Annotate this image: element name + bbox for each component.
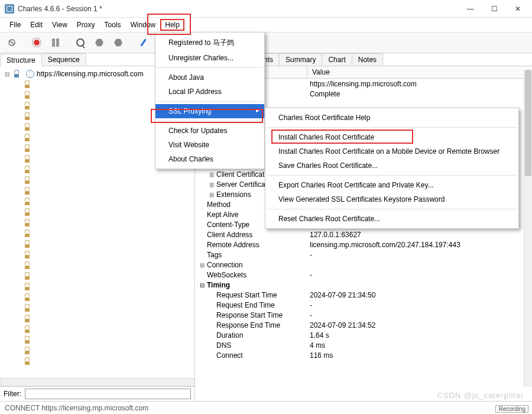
tree-request-node[interactable] (1, 175, 193, 186)
collapse-icon[interactable]: ⊟ (199, 282, 206, 289)
menu-view-keystore-pass[interactable]: View Generated SSL Certificates Keystore… (265, 192, 518, 206)
menu-install-root-cert-mobile[interactable]: Install Charles Root Certificate on a Mo… (265, 144, 518, 159)
menu-local-ip[interactable]: Local IP Address (155, 85, 264, 99)
tree-request-node[interactable] (1, 356, 193, 367)
lock-icon (24, 283, 32, 290)
search-icon (76, 38, 85, 47)
filter-input[interactable] (25, 389, 191, 399)
tree-request-node[interactable] (1, 335, 193, 345)
tree-request-node[interactable] (1, 260, 193, 271)
menu-save-root-cert[interactable]: Save Charles Root Certificate... (265, 159, 518, 173)
hex-icon (95, 38, 103, 47)
row-value: 2024-07-09 21:34:52 (307, 321, 532, 329)
menu-ssl-proxying[interactable]: SSL Proxying (155, 104, 264, 118)
record-button[interactable] (28, 34, 45, 51)
tree-request-node[interactable] (1, 313, 193, 324)
tab-notes[interactable]: Notes (352, 53, 383, 66)
row-label: Timing (207, 281, 230, 289)
col-value: Value (307, 66, 335, 78)
row-label: Connection (207, 261, 243, 269)
row-label: Duration (195, 331, 307, 339)
row-value: https://licensing.mp.microsoft.com (307, 80, 532, 88)
lock-icon (24, 241, 32, 248)
menu-edit[interactable]: Edit (25, 19, 47, 31)
tree-request-node[interactable] (1, 271, 193, 282)
row-label: DNS (195, 341, 307, 350)
menu-install-root-cert[interactable]: Install Charles Root Certificate (265, 130, 518, 144)
tree-request-node[interactable] (1, 196, 193, 207)
menu-registered-to[interactable]: Registered to 马子鸽 (155, 35, 264, 51)
menu-window[interactable]: Window (126, 19, 161, 31)
window-title: Charles 4.6.6 - Session 1 * (18, 5, 459, 13)
menu-separator (157, 101, 263, 102)
menu-about-charles[interactable]: About Charles (155, 152, 264, 166)
collapse-icon[interactable]: ⊟ (4, 71, 11, 77)
row-value: 4 ms (307, 341, 532, 350)
tree-request-node[interactable] (1, 324, 193, 335)
expand-icon[interactable]: ⊞ (208, 172, 215, 178)
scrollbar-thumb[interactable] (525, 70, 531, 176)
row-label: Tags (195, 251, 307, 259)
ssl-proxying-submenu: Charles Root Certificate Help Install Ch… (265, 108, 519, 229)
lock-icon (24, 145, 32, 152)
maximize-button[interactable]: ☐ (482, 0, 506, 18)
expand-icon[interactable]: ⊞ (208, 192, 215, 198)
menu-ssl-help[interactable]: Charles Root Certificate Help (265, 111, 518, 125)
tree-request-node[interactable] (1, 345, 193, 356)
menu-view[interactable]: View (47, 19, 72, 31)
menu-separator (157, 121, 263, 121)
compose-button[interactable] (135, 34, 151, 51)
row-value: - (307, 301, 532, 309)
menu-separator (157, 67, 263, 68)
menu-proxy[interactable]: Proxy (72, 19, 100, 31)
tree-request-node[interactable] (1, 207, 193, 218)
menu-check-updates[interactable]: Check for Updates (155, 124, 264, 138)
row-value: 116 ms (307, 351, 532, 360)
status-bar: CONNECT https://licensing.mp.microsoft.c… (0, 401, 532, 414)
hex-button[interactable] (91, 34, 108, 51)
expand-icon[interactable]: ⊞ (208, 182, 215, 188)
title-bar: Charles 4.6.6 - Session 1 * — ☐ ✕ (0, 0, 532, 18)
clear-session-button[interactable] (4, 34, 20, 51)
recording-badge: Recording (495, 405, 528, 413)
horizontal-scrollbar[interactable] (0, 378, 194, 386)
tab-structure[interactable]: Structure (0, 54, 42, 66)
menu-help[interactable]: Help (160, 19, 184, 31)
vertical-scrollbar[interactable] (524, 70, 532, 387)
lock-icon (24, 315, 32, 322)
tree-request-node[interactable] (1, 186, 193, 196)
tree-request-node[interactable] (1, 292, 193, 303)
row-label: Connect (195, 351, 307, 360)
pause-icon (52, 38, 59, 47)
tree-request-node[interactable] (1, 228, 193, 239)
menu-file[interactable]: File (5, 19, 25, 31)
menu-tools[interactable]: Tools (100, 19, 126, 31)
filter-row: Filter: (0, 386, 194, 401)
tree-request-node[interactable] (1, 250, 193, 260)
tab-sequence[interactable]: Sequence (41, 53, 86, 66)
lock-icon (24, 251, 32, 258)
expand-icon[interactable]: ⊞ (199, 262, 206, 269)
throttle-button[interactable] (47, 34, 64, 51)
tab-summary[interactable]: Summary (279, 53, 322, 66)
pen-icon (140, 38, 146, 46)
menu-visit-website[interactable]: Visit Website (155, 138, 264, 152)
menu-unregister[interactable]: Unregister Charles... (155, 51, 264, 65)
tree-request-node[interactable] (1, 218, 193, 228)
tab-chart[interactable]: Chart (322, 53, 352, 66)
menu-about-java[interactable]: About Java (155, 70, 264, 85)
menu-reset-root-cert[interactable]: Reset Charles Root Certificate... (265, 212, 518, 226)
lock-icon (24, 156, 32, 163)
tree-request-node[interactable] (1, 282, 193, 292)
minimize-button[interactable]: — (459, 0, 482, 18)
row-value: 1.64 s (307, 331, 532, 339)
menu-export-root-cert[interactable]: Export Charles Root Certificate and Priv… (265, 178, 518, 192)
lock-icon (24, 209, 32, 216)
hex-button-2[interactable] (110, 34, 126, 51)
tree-request-node[interactable] (1, 239, 193, 250)
lock-icon (24, 262, 32, 269)
lock-icon (24, 113, 32, 120)
tree-request-node[interactable] (1, 303, 193, 313)
find-button[interactable] (72, 34, 89, 51)
close-button[interactable]: ✕ (506, 0, 530, 18)
